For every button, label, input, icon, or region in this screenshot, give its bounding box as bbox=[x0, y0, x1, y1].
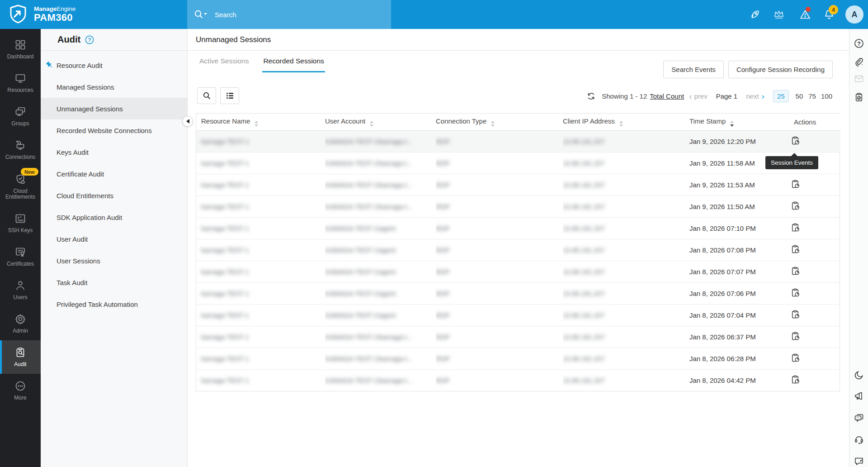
sidebar-item-ssh-keys[interactable]: SSH SSH Keys bbox=[0, 206, 41, 240]
menu-item-task-audit[interactable]: Task Audit bbox=[41, 272, 187, 293]
ssh-keys-icon: SSH bbox=[14, 213, 26, 224]
chat-icon[interactable] bbox=[854, 413, 864, 423]
menu-item-unmanaged-sessions[interactable]: Unmanaged Sessions bbox=[41, 98, 187, 119]
next-chevron-icon[interactable]: › bbox=[762, 92, 764, 100]
menu-item-user-audit[interactable]: User Audit bbox=[41, 228, 187, 250]
column-chooser-button[interactable] bbox=[220, 87, 239, 104]
dark-mode-icon[interactable] bbox=[854, 370, 864, 380]
mail-icon[interactable] bbox=[854, 74, 864, 84]
blurred-resource-name: kamaga-TEST-1 bbox=[201, 312, 249, 319]
sidebar-collapse-button[interactable] bbox=[182, 116, 193, 127]
blurred-connection-type: RDP bbox=[436, 312, 450, 319]
menu-item-resource-audit[interactable]: Resource Audit bbox=[41, 54, 187, 76]
menu-item-privileged-task-automation[interactable]: Privileged Task Automation bbox=[41, 293, 187, 315]
sort-icon[interactable] bbox=[255, 121, 258, 127]
session-events-icon[interactable] bbox=[790, 179, 800, 189]
session-events-icon[interactable] bbox=[790, 266, 800, 276]
session-events-icon[interactable] bbox=[790, 288, 800, 298]
sidebar-item-more[interactable]: More bbox=[0, 374, 41, 407]
table-search-button[interactable] bbox=[197, 87, 216, 104]
current-page: Page 1 bbox=[716, 92, 738, 100]
blurred-resource-name: kamaga-TEST-1 bbox=[201, 181, 249, 189]
blurred-resource-name: kamaga-TEST-1 bbox=[201, 160, 249, 167]
session-events-icon[interactable] bbox=[790, 201, 800, 211]
session-events-icon[interactable] bbox=[790, 244, 800, 254]
timestamp-cell: Jan 9, 2026 11:58 AM bbox=[689, 152, 769, 174]
list-icon bbox=[226, 92, 234, 100]
prev-chevron-icon[interactable]: ‹ bbox=[689, 92, 692, 100]
sidebar-item-resources[interactable]: Resources bbox=[0, 66, 41, 100]
page-size-75[interactable]: 75 bbox=[808, 92, 816, 100]
refresh-icon[interactable] bbox=[587, 92, 595, 100]
sidebar-item-connections[interactable]: Connections bbox=[0, 133, 41, 167]
blurred-resource-name: kamaga-TEST-1 bbox=[201, 377, 249, 384]
session-row: kamaga-TEST-1 KAMAGA-TEST-1\kamaga-t... … bbox=[196, 174, 840, 195]
brand-logo[interactable]: ManageEngine PAM360 bbox=[8, 4, 75, 24]
timestamp-cell: Jan 8, 2026 04:42 PM bbox=[689, 369, 769, 391]
sidebar-item-users[interactable]: Users bbox=[0, 273, 41, 307]
session-row: kamaga-TEST-1 KAMAGA-TEST-1\kamaga-t... … bbox=[196, 369, 840, 391]
timestamp-cell: Jan 8, 2026 06:37 PM bbox=[689, 326, 769, 348]
menu-item-sdk-application-audit[interactable]: SDK Application Audit bbox=[41, 206, 187, 228]
sort-icon[interactable] bbox=[491, 121, 495, 127]
sidebar-item-dashboard[interactable]: Dashboard bbox=[0, 33, 41, 66]
page-size-100[interactable]: 100 bbox=[821, 92, 832, 100]
pagination-bar: Showing 1 - 12 Total Count ‹ prev Page 1… bbox=[587, 89, 832, 103]
prev-button[interactable]: prev bbox=[694, 92, 707, 100]
sort-icon-desc[interactable] bbox=[730, 121, 734, 127]
attachments-icon[interactable] bbox=[854, 57, 864, 67]
main-content: Unmanaged Sessions Active Sessions Recor… bbox=[188, 29, 849, 467]
blurred-resource-name: kamaga-TEST-1 bbox=[201, 225, 249, 232]
whats-new-icon[interactable] bbox=[749, 9, 761, 20]
menu-item-recorded-website-connections[interactable]: Recorded Website Connections bbox=[41, 119, 187, 141]
session-events-icon[interactable] bbox=[790, 310, 800, 319]
sidebar-item-audit[interactable]: Audit bbox=[0, 340, 41, 374]
session-row: kamaga-TEST-1 KAMAGA-TEST-1\kamaga-t... … bbox=[196, 326, 840, 348]
session-events-icon[interactable] bbox=[790, 375, 800, 385]
search-events-button[interactable]: Search Events bbox=[663, 61, 724, 78]
sidebar-item-admin[interactable]: Admin bbox=[0, 307, 41, 340]
sort-icon[interactable] bbox=[370, 121, 373, 127]
column-header-user-account[interactable]: User Account bbox=[325, 114, 436, 130]
support-icon[interactable] bbox=[854, 434, 864, 444]
session-events-icon[interactable] bbox=[790, 331, 800, 341]
license-crown-icon[interactable] bbox=[773, 9, 785, 20]
blurred-user-account: KAMAGA-TEST-1\kamaga-t... bbox=[325, 377, 412, 384]
column-header-client-ip[interactable]: Client IP Address bbox=[563, 114, 689, 130]
total-count-link[interactable]: Total Count bbox=[650, 92, 684, 100]
menu-item-certificate-audit[interactable]: Certificate Audit bbox=[41, 163, 187, 185]
page-size-50[interactable]: 50 bbox=[796, 92, 803, 100]
menu-item-user-sessions[interactable]: User Sessions bbox=[41, 250, 187, 272]
tab-active-sessions[interactable]: Active Sessions bbox=[198, 57, 250, 72]
menu-item-managed-sessions[interactable]: Managed Sessions bbox=[41, 76, 187, 98]
sort-icon[interactable] bbox=[619, 121, 623, 127]
groups-icon bbox=[14, 106, 26, 118]
collapse-arrow-icon bbox=[186, 119, 189, 124]
page-size-25[interactable]: 25 bbox=[773, 90, 789, 102]
menu-item-keys-audit[interactable]: Keys Audit bbox=[41, 141, 187, 163]
session-events-icon[interactable] bbox=[790, 223, 800, 233]
blurred-client-ip: 10.89.181.207 bbox=[563, 138, 605, 145]
column-header-resource-name[interactable]: Resource Name bbox=[196, 114, 325, 130]
announcements-icon[interactable] bbox=[854, 391, 864, 401]
alerts-icon[interactable] bbox=[799, 9, 811, 20]
sidebar-item-groups[interactable]: Groups bbox=[0, 100, 41, 133]
user-avatar[interactable]: A bbox=[845, 5, 863, 24]
session-events-icon[interactable] bbox=[790, 136, 800, 146]
tab-recorded-sessions[interactable]: Recorded Sessions bbox=[262, 57, 325, 72]
column-header-connection-type[interactable]: Connection Type bbox=[436, 114, 563, 130]
sidebar-item-cloud-entitlements[interactable]: Cloud Entitlements New bbox=[0, 167, 41, 206]
configure-session-recording-button[interactable]: Configure Session Recording bbox=[728, 61, 833, 78]
help-icon[interactable]: ? bbox=[85, 35, 94, 44]
feedback-icon[interactable] bbox=[854, 456, 864, 466]
help-icon[interactable]: ? bbox=[854, 38, 864, 48]
menu-item-cloud-entitlements[interactable]: Cloud Entitlements bbox=[41, 185, 187, 206]
timestamp-cell: Jan 8, 2026 07:04 PM bbox=[689, 304, 769, 326]
column-header-time-stamp[interactable]: Time Stamp bbox=[689, 114, 769, 130]
next-button[interactable]: next bbox=[746, 92, 759, 100]
global-search-input[interactable]: Search bbox=[187, 0, 391, 29]
session-audit-icon[interactable] bbox=[854, 92, 864, 102]
notifications-bell-icon[interactable]: 4 bbox=[823, 9, 835, 20]
session-events-icon[interactable] bbox=[790, 353, 800, 363]
sidebar-item-certificates[interactable]: Certificates bbox=[0, 240, 41, 273]
